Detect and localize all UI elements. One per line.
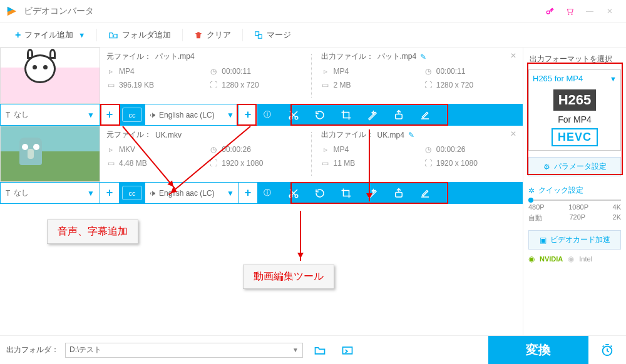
svg-rect-13	[343, 347, 352, 354]
svg-point-4	[572, 14, 572, 14]
add-audio-button[interactable]: +	[238, 104, 258, 126]
video-icon: ▹	[321, 67, 330, 76]
chevron-down-icon: ▼	[610, 75, 617, 83]
folder-plus-icon	[108, 31, 118, 39]
cc-button[interactable]: cc	[122, 186, 142, 200]
open-folder-button[interactable]	[309, 340, 331, 361]
hw-accel-button[interactable]: ▣ビデオカード加速	[528, 230, 621, 250]
divider	[309, 48, 315, 104]
watermark-tool[interactable]	[386, 182, 412, 204]
divider	[96, 29, 97, 41]
gear-icon: ✲	[528, 186, 535, 195]
watermark-tool[interactable]	[386, 104, 412, 126]
info-button[interactable]: ⓘ	[258, 104, 277, 126]
codec-badge: H265	[553, 89, 597, 111]
effects-tool[interactable]	[359, 104, 386, 126]
source-info: 元ファイル：UK.mkv ▹MKV ◷00:00:26 ▭4.48 MB ⛶19…	[100, 126, 309, 182]
subtitle-edit-tool[interactable]	[412, 182, 438, 204]
chevron-down-icon: ▼	[227, 111, 234, 119]
plus-icon: +	[15, 29, 21, 41]
resolution-row[interactable]: 自動720P2K	[528, 213, 621, 223]
titlebar: ビデオコンバータ — ✕	[0, 0, 626, 23]
add-subtitle-button[interactable]: +	[100, 104, 120, 126]
speaker-icon: 🕩	[149, 189, 156, 198]
chevron-down-icon: ▼	[292, 346, 299, 353]
bottom-bar: 出力フォルダ： D:\テスト▼ 変換	[0, 335, 626, 364]
edit-tools	[277, 104, 523, 126]
rotate-tool[interactable]	[307, 104, 333, 126]
close-button[interactable]: ✕	[600, 1, 620, 21]
minimize-button[interactable]: —	[580, 1, 600, 21]
hw-vendors: ◉NVIDIA ◉Intel	[528, 255, 621, 263]
subtitle-edit-tool[interactable]	[412, 104, 438, 126]
audio-dropdown[interactable]: 🕩English aac (LC)▼	[145, 104, 239, 126]
side-title: 出力フォーマットを選択	[528, 51, 621, 69]
resolution-icon: ⛶	[424, 159, 433, 168]
key-icon[interactable]	[540, 1, 560, 21]
cut-tool[interactable]	[280, 182, 307, 204]
remove-item-button[interactable]: ✕	[510, 129, 516, 138]
format-for-label: For MP4	[533, 114, 617, 124]
thumbnail[interactable]	[0, 126, 100, 182]
crop-tool[interactable]	[333, 104, 359, 126]
remove-item-button[interactable]: ✕	[510, 51, 516, 60]
cart-icon[interactable]	[560, 1, 580, 21]
app-logo-icon	[6, 6, 18, 17]
effects-tool[interactable]	[359, 182, 386, 204]
clock-icon: ◷	[424, 67, 433, 76]
folder-icon: ▭	[106, 159, 115, 168]
nvidia-icon: ◉	[528, 255, 535, 263]
clear-label: クリア	[207, 29, 231, 41]
source-info: 元ファイル：パット.mp4 ▹MP4 ◷00:00:11 ▭396.19 KB …	[100, 48, 309, 104]
subtitle-dropdown[interactable]: Tなし▼	[0, 104, 100, 126]
clear-button[interactable]: クリア	[185, 23, 240, 48]
params-button[interactable]: ⚙パラメータ設定	[528, 157, 621, 176]
output-folder-input[interactable]: D:\テスト▼	[65, 343, 303, 358]
quick-settings-title: ✲クイック設定	[528, 185, 621, 196]
text-icon: T	[6, 111, 10, 119]
cc-button[interactable]: cc	[122, 108, 142, 122]
audio-dropdown[interactable]: 🕩English aac (LC)▼	[145, 182, 239, 204]
chevron-down-icon: ▼	[78, 31, 85, 39]
trash-icon	[194, 31, 203, 39]
rotate-tool[interactable]	[307, 182, 333, 204]
merge-icon	[254, 31, 263, 39]
divider	[182, 29, 183, 41]
add-subtitle-button[interactable]: +	[100, 182, 120, 204]
svg-point-3	[568, 14, 569, 14]
convert-button[interactable]: 変換	[488, 336, 588, 365]
info-button[interactable]: ⓘ	[258, 182, 277, 204]
svg-rect-12	[396, 192, 403, 197]
toolbar: + ファイル追加 ▼ フォルダ追加 クリア マージ	[0, 23, 626, 48]
thumbnail[interactable]	[0, 48, 100, 104]
browse-button[interactable]	[337, 340, 358, 361]
resolution-row[interactable]: 480P1080P4K	[528, 203, 621, 211]
edit-name-button[interactable]: ✎	[420, 53, 426, 61]
resolution-icon: ⛶	[209, 81, 218, 89]
folder-icon: ▭	[321, 159, 330, 168]
sliders-icon: ⚙	[543, 163, 550, 171]
folder-icon: ▭	[106, 81, 115, 89]
file-list: 元ファイル：パット.mp4 ▹MP4 ◷00:00:11 ▭396.19 KB …	[0, 48, 523, 335]
add-folder-button[interactable]: フォルダ追加	[100, 23, 180, 48]
crop-tool[interactable]	[333, 182, 359, 204]
edit-name-button[interactable]: ✎	[408, 131, 414, 139]
output-info: ✕ 出力ファイル：UK.mp4✎ ▹MP4 ◷00:00:26 ▭11 MB ⛶…	[315, 126, 523, 182]
svg-rect-9	[396, 114, 403, 119]
video-icon: ▹	[321, 145, 330, 154]
add-file-button[interactable]: + ファイル追加 ▼	[6, 23, 94, 48]
chip-icon: ▣	[540, 236, 546, 245]
control-bar: Tなし▼ + cc 🕩English aac (LC)▼ + ⓘ	[0, 182, 523, 204]
timer-button[interactable]	[595, 343, 620, 357]
add-audio-button[interactable]: +	[238, 182, 258, 204]
intel-icon: ◉	[568, 255, 574, 263]
app-title: ビデオコンバータ	[24, 6, 94, 17]
subtitle-dropdown[interactable]: Tなし▼	[0, 182, 100, 204]
merge-button[interactable]: マージ	[245, 23, 300, 48]
cut-tool[interactable]	[280, 104, 307, 126]
control-bar: Tなし▼ + cc 🕩English aac (LC)▼ + ⓘ	[0, 104, 523, 126]
folder-icon: ▭	[321, 81, 330, 89]
annotation-callout: 動画編集ツール	[243, 265, 334, 289]
edit-tools	[277, 182, 523, 204]
format-selector[interactable]: H265 for MP4▼ H265 For MP4 HEVC	[528, 69, 621, 151]
